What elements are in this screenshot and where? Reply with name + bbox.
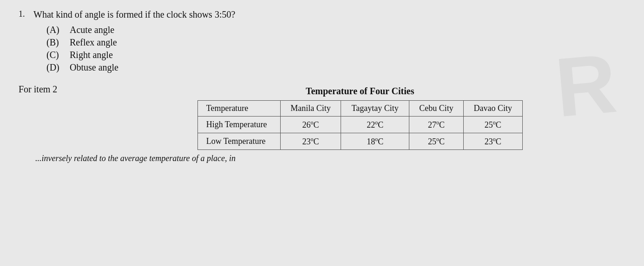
table-row-high: High Temperature 26oC 22oC 27oC 25oC <box>197 117 522 133</box>
choice-b: (B) Reflex angle <box>46 37 625 48</box>
header-manila: Manila City <box>280 101 341 117</box>
choice-a-letter: (A) <box>46 25 70 35</box>
choice-d-text: Obtuse angle <box>70 62 118 73</box>
table-title: Temperature of Four Cities <box>306 86 414 97</box>
header-cebu: Cebu City <box>409 101 463 117</box>
question-number: 1. <box>19 9 30 19</box>
row-low-davao: 23oC <box>464 133 523 150</box>
choice-a: (A) Acute angle <box>46 25 625 35</box>
question-1-section: 1. What kind of angle is formed if the c… <box>19 9 625 73</box>
row-high-label: High Temperature <box>197 117 280 133</box>
row-high-cebu: 27oC <box>409 117 463 133</box>
row-low-cebu: 25oC <box>409 133 463 150</box>
temperature-table: Temperature Manila City Tagaytay City Ce… <box>197 100 523 150</box>
row-high-tagaytay: 22oC <box>341 117 409 133</box>
choice-d-letter: (D) <box>46 62 70 73</box>
table-section: Temperature of Four Cities Temperature M… <box>94 86 625 150</box>
header-davao: Davao City <box>464 101 523 117</box>
choice-a-text: Acute angle <box>70 25 114 35</box>
choice-c-text: Right angle <box>70 50 113 60</box>
header-tagaytay: Tagaytay City <box>341 101 409 117</box>
row-low-tagaytay: 18oC <box>341 133 409 150</box>
header-temperature: Temperature <box>197 101 280 117</box>
question-1-line: 1. What kind of angle is formed if the c… <box>19 9 625 20</box>
choice-b-letter: (B) <box>46 37 70 48</box>
choice-d: (D) Obtuse angle <box>46 62 625 73</box>
for-item-section: For item 2 Temperature of Four Cities Te… <box>19 84 625 150</box>
bottom-text: ...inversely related to the average temp… <box>19 154 625 163</box>
table-header-row: Temperature Manila City Tagaytay City Ce… <box>197 101 522 117</box>
choices-list: (A) Acute angle (B) Reflex angle (C) Rig… <box>46 25 625 73</box>
row-high-davao: 25oC <box>464 117 523 133</box>
for-item-label: For item 2 <box>19 84 57 95</box>
question-text: What kind of angle is formed if the cloc… <box>33 9 235 20</box>
table-row-low: Low Temperature 23oC 18oC 25oC 23oC <box>197 133 522 150</box>
row-low-label: Low Temperature <box>197 133 280 150</box>
row-low-manila: 23oC <box>280 133 341 150</box>
choice-c-letter: (C) <box>46 50 70 60</box>
choice-b-text: Reflex angle <box>70 37 117 48</box>
row-high-manila: 26oC <box>280 117 341 133</box>
choice-c: (C) Right angle <box>46 50 625 60</box>
